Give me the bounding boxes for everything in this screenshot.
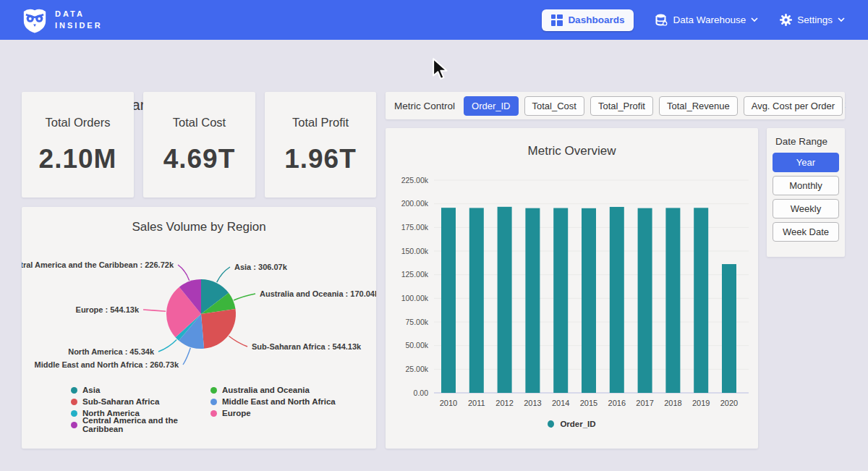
y-tick-label: 200.00k — [401, 199, 429, 208]
dashboards-grid-icon — [551, 14, 563, 26]
bar-2017[interactable] — [638, 208, 652, 393]
legend-label: Central America and the Caribbean — [82, 416, 210, 433]
legend-dot — [548, 420, 554, 428]
y-tick-label: 175.00k — [401, 223, 429, 232]
bar-2020[interactable] — [722, 264, 736, 393]
pie-callout-line — [217, 267, 230, 282]
legend-label: Sub-Saharan Africa — [82, 397, 159, 406]
metric-option-total-revenue[interactable]: Total_Revenue — [659, 96, 738, 116]
y-tick-label: 50.00k — [405, 341, 428, 349]
pie-callout-label: Australia and Oceania : 170.04k — [260, 289, 376, 298]
metric-control-label: Metric Control — [394, 101, 455, 111]
kpi-value: 1.96T — [265, 144, 376, 174]
sales-dashboard-page: DATA INSIDER Dashboards — [0, 0, 868, 471]
settings-menu[interactable]: Settings — [780, 14, 845, 26]
legend-dot — [210, 410, 217, 417]
x-tick-label: 2012 — [495, 399, 513, 407]
x-tick-label: 2011 — [468, 399, 485, 407]
legend-dot — [71, 410, 77, 417]
legend-label: Europe — [222, 409, 251, 417]
kpi-card-total-profit: Total Profit 1.96T — [265, 92, 376, 198]
kpi-card-total-cost: Total Cost 4.69T — [143, 92, 255, 198]
x-tick-label: 2016 — [608, 399, 626, 407]
y-tick-label: 25.00k — [405, 365, 428, 373]
metric-overview-card: 0.0025.00k50.00k75.00k100.00k125.00k150.… — [386, 128, 758, 449]
x-tick-label: 2020 — [720, 399, 738, 407]
bar-2013[interactable] — [525, 208, 540, 393]
pie-chart-title: Sales Volume by Region — [22, 220, 376, 234]
brand-name: DATA INSIDER — [55, 9, 103, 32]
chevron-down-icon — [838, 17, 845, 22]
bar-2011[interactable] — [469, 208, 484, 393]
x-tick-label: 2017 — [636, 399, 653, 407]
x-tick-label: 2014 — [552, 399, 569, 407]
dashboards-button[interactable]: Dashboards — [542, 9, 634, 31]
date-range-option-year[interactable]: Year — [773, 153, 839, 172]
date-range-options: YearMonthlyWeeklyWeek Date — [767, 153, 845, 242]
bar-2016[interactable] — [610, 207, 624, 393]
x-tick-label: 2015 — [580, 399, 597, 407]
dashboard-header: Sales Dashboard Add Filter Boost: Off — [0, 40, 868, 85]
brand-logo[interactable]: DATA INSIDER — [22, 7, 103, 33]
legend-label: Asia — [82, 386, 100, 394]
x-tick-label: 2013 — [524, 399, 541, 407]
bar-2018[interactable] — [665, 208, 680, 393]
nav-actions: Dashboards Data Warehouse — [542, 9, 845, 31]
data-warehouse-menu[interactable]: Data Warehouse — [655, 14, 758, 26]
bar-2012[interactable] — [498, 207, 512, 393]
pie-legend-item-asia[interactable]: Asia — [71, 385, 210, 395]
metric-control-bar: Metric Control Order_IDTotal_CostTotal_P… — [386, 92, 845, 119]
pie-callout-label: Europe : 544.13k — [76, 305, 140, 314]
metric-option-order-id[interactable]: Order_ID — [464, 96, 518, 116]
kpi-value: 4.69T — [143, 144, 255, 174]
bar-chart: 0.0025.00k50.00k75.00k100.00k125.00k150.… — [386, 128, 758, 449]
legend-label: Middle East and North Africa — [222, 397, 336, 406]
pie-callout-line — [158, 339, 176, 352]
legend-label: Order_ID — [560, 420, 595, 428]
bar-2019[interactable] — [694, 208, 708, 393]
pie-callout-label: Middle East and North Africa : 260.73k — [35, 360, 179, 369]
pie-legend-item-middle-east-and-north-africa[interactable]: Middle East and North Africa — [210, 396, 336, 407]
pie-callout-line — [178, 265, 190, 281]
y-tick-label: 150.00k — [401, 247, 429, 255]
metric-option-total-cost[interactable]: Total_Cost — [524, 96, 584, 116]
pie-callout-label: North America : 45.34k — [68, 347, 155, 356]
y-tick-label: 0.00 — [414, 389, 429, 397]
sales-volume-by-region-card: Asia : 306.07kAustralia and Oceania : 17… — [22, 207, 376, 449]
pie-slice-sub-saharan-africa[interactable] — [201, 309, 236, 349]
legend-dot — [71, 422, 77, 428]
date-range-option-monthly[interactable]: Monthly — [773, 176, 839, 195]
bar-chart-title: Metric Overview — [386, 144, 758, 158]
date-range-option-week-date[interactable]: Week Date — [773, 222, 839, 242]
y-tick-label: 225.00k — [401, 176, 429, 184]
top-nav: DATA INSIDER Dashboards — [0, 0, 868, 40]
date-range-label: Date Range — [775, 136, 845, 147]
database-icon — [655, 14, 668, 26]
legend-dot — [210, 399, 217, 405]
metric-option-avg-cost-per-order[interactable]: Avg. Cost per Order — [744, 96, 843, 116]
pie-legend: AsiaAustralia and OceaniaSub-Saharan Afr… — [71, 385, 336, 430]
pie-legend-item-sub-saharan-africa[interactable]: Sub-Saharan Africa — [71, 396, 210, 407]
pie-legend-item-australia-and-oceania[interactable]: Australia and Oceania — [210, 385, 336, 395]
owl-logo-icon — [22, 7, 48, 33]
pie-callout-line — [234, 294, 255, 300]
kpi-label: Total Profit — [265, 116, 376, 130]
bar-2015[interactable] — [582, 208, 596, 393]
y-tick-label: 125.00k — [401, 270, 429, 279]
x-tick-label: 2010 — [440, 399, 457, 407]
pie-legend-item-europe[interactable]: Europe — [210, 408, 336, 418]
bar-2010[interactable] — [441, 208, 456, 393]
y-tick-label: 100.00k — [401, 294, 429, 302]
bar-chart-legend[interactable]: Order_ID — [386, 420, 758, 428]
bar-2014[interactable] — [553, 208, 568, 393]
x-tick-label: 2018 — [664, 399, 681, 407]
pie-callout-line — [229, 336, 247, 347]
date-range-panel: Date Range YearMonthlyWeeklyWeek Date — [767, 128, 845, 257]
pie-legend-item-central-america-and-the-caribbean[interactable]: Central America and the Caribbean — [71, 420, 210, 430]
metric-option-total-profit[interactable]: Total_Profit — [590, 96, 653, 116]
date-range-option-weekly[interactable]: Weekly — [773, 199, 839, 218]
legend-dot — [210, 387, 217, 394]
chevron-down-icon — [751, 17, 758, 22]
legend-dot — [71, 387, 77, 394]
pie-callout-label: Asia : 306.07k — [234, 263, 288, 271]
